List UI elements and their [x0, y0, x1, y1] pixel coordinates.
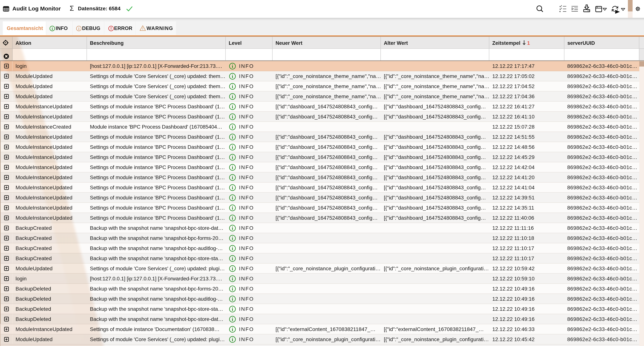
svg-text:i: i — [232, 165, 233, 170]
svg-text:i: i — [232, 124, 233, 130]
svg-text:i: i — [232, 134, 233, 140]
svg-text:i: i — [232, 306, 233, 312]
svg-text:i: i — [78, 26, 80, 31]
svg-text:i: i — [232, 246, 233, 251]
svg-text:i: i — [232, 215, 233, 221]
svg-text:i: i — [232, 64, 233, 69]
svg-text:i: i — [232, 74, 233, 79]
svg-text:i: i — [232, 236, 233, 241]
svg-text:i: i — [232, 94, 233, 99]
svg-text:i: i — [232, 114, 233, 120]
svg-text:i: i — [232, 205, 233, 211]
svg-text:i: i — [232, 155, 233, 160]
svg-text:i: i — [232, 296, 233, 302]
svg-text:i: i — [232, 195, 233, 201]
svg-text:i: i — [232, 256, 233, 261]
svg-text:i: i — [232, 84, 233, 89]
svg-text:i: i — [232, 104, 233, 110]
svg-text:i: i — [232, 327, 233, 332]
svg-text:i: i — [232, 337, 233, 342]
svg-text:i: i — [232, 266, 233, 271]
svg-text:!: ! — [142, 27, 143, 31]
svg-text:i: i — [232, 286, 233, 292]
svg-text:i: i — [232, 145, 233, 150]
svg-text:i: i — [52, 26, 53, 31]
svg-text:i: i — [232, 316, 233, 322]
svg-text:!: ! — [110, 26, 112, 31]
svg-text:i: i — [232, 225, 233, 231]
svg-text:i: i — [232, 175, 233, 180]
svg-text:i: i — [232, 185, 233, 190]
svg-text:i: i — [232, 276, 233, 281]
